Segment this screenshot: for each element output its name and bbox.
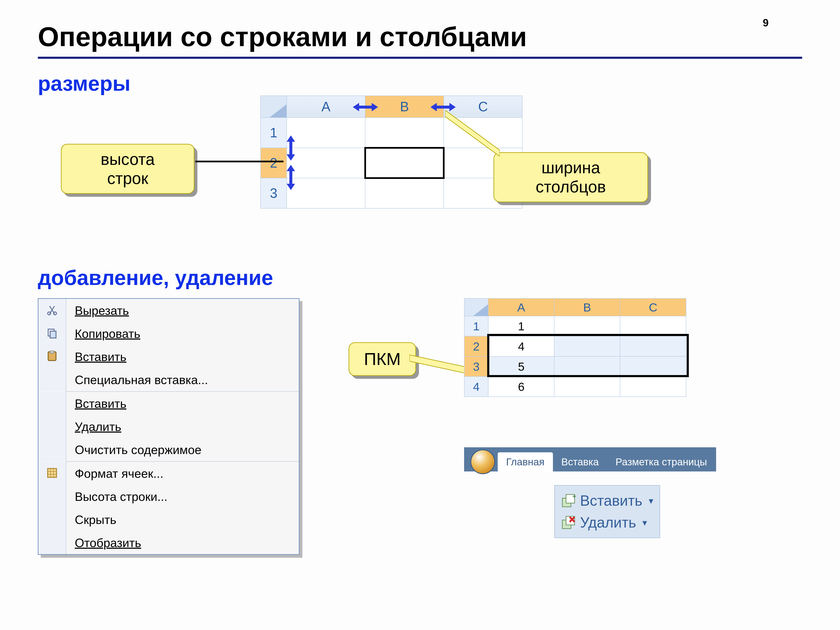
copy-icon (46, 327, 58, 340)
cell-a1[interactable] (287, 118, 365, 148)
callout-col-width: ширина столбцов (494, 152, 648, 202)
resize-row-23-icon[interactable] (286, 165, 296, 190)
resize-col-ab-icon[interactable] (353, 102, 378, 112)
cell2-c3[interactable] (620, 356, 686, 377)
cell2-b2[interactable] (554, 336, 620, 356)
svg-rect-11 (48, 469, 57, 477)
ctx-format-cells[interactable]: Формат ячеек... (38, 462, 299, 485)
ribbon-tab-layout[interactable]: Разметка страницы (607, 452, 715, 471)
ribbon-insert-button[interactable]: + Вставить▾ (561, 490, 653, 512)
ctx-insert[interactable]: Вставить (38, 392, 299, 415)
title-divider (38, 57, 802, 59)
ctx-hide[interactable]: Скрыть (38, 508, 299, 531)
context-menu: Вырезать Копировать Вставить Специальная… (38, 298, 300, 555)
ribbon-delete-button[interactable]: Удалить▾ (561, 512, 653, 534)
callout-col-leader (445, 110, 500, 156)
ribbon-tab-home[interactable]: Главная (498, 452, 553, 471)
svg-marker-2 (287, 136, 295, 161)
ctx-show[interactable]: Отобразить (38, 531, 299, 554)
svg-marker-0 (353, 103, 378, 111)
ribbon-tabs-strip: Главная Вставка Разметка страницы (464, 447, 716, 471)
row-header-3[interactable]: 3 (261, 178, 287, 208)
cell2-b4[interactable] (554, 377, 620, 397)
scissors-icon (46, 304, 58, 317)
callout-row-leader (195, 161, 284, 162)
section-add-del-heading: добавление, удаление (38, 266, 802, 290)
cell2-c4[interactable] (620, 377, 686, 397)
cell2-b3[interactable] (554, 356, 620, 377)
select-all-corner[interactable] (261, 96, 287, 118)
ctx-clear[interactable]: Очистить содержимое (38, 438, 299, 461)
cell2-a2[interactable]: 4 (488, 336, 554, 356)
resize-row-12-icon[interactable] (286, 136, 296, 161)
cell2-b1[interactable] (554, 316, 620, 336)
section-sizes-heading: размеры (38, 71, 802, 96)
dropdown-arrow-icon: ▾ (643, 517, 647, 528)
callout-pkm-leader (409, 351, 468, 376)
svg-point-6 (54, 312, 57, 315)
cell-b3[interactable] (365, 178, 444, 208)
ctx-delete[interactable]: Удалить (38, 415, 299, 438)
cell2-c1[interactable] (620, 316, 686, 336)
ctx-copy[interactable]: Копировать (38, 322, 299, 345)
row-header-1[interactable]: 1 (261, 118, 287, 148)
row-3-2[interactable]: 3 (464, 356, 488, 377)
ctx-row-height[interactable]: Высота строки... (38, 485, 299, 508)
row-2-2[interactable]: 2 (464, 336, 488, 356)
insert-cells-icon: + (561, 493, 576, 508)
office-button-icon[interactable] (471, 449, 495, 474)
svg-marker-12 (409, 355, 468, 374)
ctx-paste-special[interactable]: Специальная вставка... (38, 368, 299, 391)
cell-b2-selected[interactable] (365, 148, 444, 178)
page-number: 9 (763, 17, 769, 29)
svg-marker-3 (287, 165, 295, 190)
col-c-2[interactable]: C (620, 298, 686, 316)
cells-group: + Вставить▾ Удалить▾ (554, 485, 660, 538)
delete-cells-icon (561, 515, 576, 530)
format-cells-icon (46, 467, 58, 480)
svg-point-5 (48, 312, 51, 315)
ctx-cut[interactable]: Вырезать (38, 299, 299, 322)
ribbon-tab-insert[interactable]: Вставка (553, 452, 607, 471)
row-4-2[interactable]: 4 (464, 377, 488, 397)
col-a-2[interactable]: A (488, 298, 554, 316)
cell2-a4[interactable]: 6 (488, 377, 554, 397)
col-b-2[interactable]: B (554, 298, 620, 316)
dropdown-arrow-icon: ▾ (649, 496, 653, 506)
cell-a2[interactable] (287, 148, 365, 178)
svg-rect-8 (50, 331, 56, 338)
select-all-corner-2[interactable] (464, 298, 488, 316)
svg-rect-10 (50, 351, 54, 353)
paste-icon (46, 350, 58, 363)
callout-pkm: ПКМ (349, 342, 416, 376)
ctx-paste[interactable]: Вставить (38, 345, 299, 368)
callout-row-height: высота строк (61, 144, 194, 194)
cell-a3[interactable] (287, 178, 365, 208)
cell2-a3[interactable]: 5 (488, 356, 554, 377)
cell2-c2[interactable] (620, 336, 686, 356)
svg-text:+: + (572, 493, 576, 500)
slide-title: Операции со строками и столбцами (38, 21, 802, 52)
row-header-2[interactable]: 2 (261, 148, 287, 178)
row-1-2[interactable]: 1 (464, 316, 488, 336)
cell-b1[interactable] (365, 118, 444, 148)
sheet-select-demo: A B C 1 1 2 4 3 5 (464, 298, 686, 397)
svg-marker-1 (431, 103, 456, 111)
svg-marker-4 (445, 110, 500, 156)
cell2-a1[interactable]: 1 (488, 316, 554, 336)
